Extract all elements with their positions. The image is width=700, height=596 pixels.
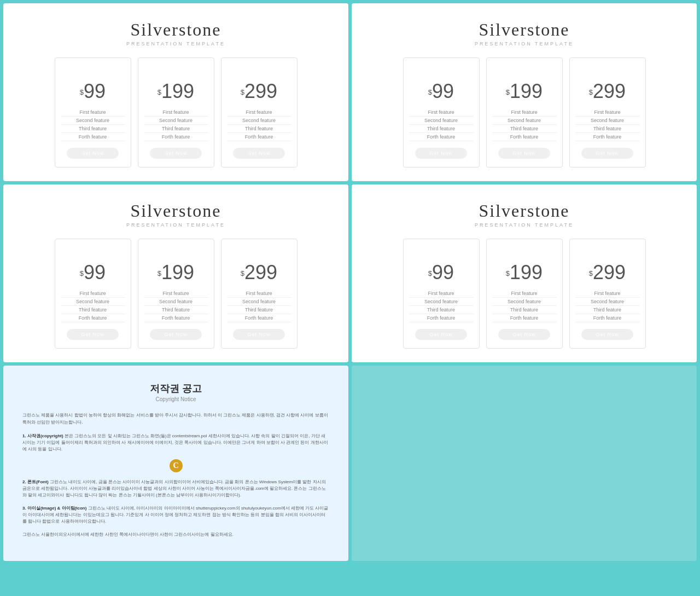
card-advance-header: Advance — [138, 239, 214, 254]
card-advance: Advance $199 First feature Second featur… — [486, 57, 563, 167]
feature-4: Forth feature — [144, 133, 208, 141]
feature-list: First feature Second feature Third featu… — [144, 108, 208, 141]
price-container: $99 — [80, 80, 106, 103]
feature-list: First feature Second feature Third featu… — [409, 108, 474, 141]
card-professional: Professional $299 First feature Second f… — [221, 239, 298, 349]
card-basic-body: $99 First feature Second feature Third f… — [404, 73, 479, 167]
get-now-button[interactable]: Get Now — [498, 148, 550, 159]
feature-2: Second feature — [61, 117, 125, 125]
section-2-text: 2. 폰트(Font) 그린스노 내이도 사이에, 금을 폰스는 사이이이 사능… — [22, 479, 329, 499]
card-professional: Professional $299 First feature Second f… — [569, 57, 646, 167]
copyright-font-icon-section: C — [22, 459, 329, 472]
feature-2: Second feature — [144, 298, 208, 306]
slide-4-subtitle: PRESENTATION TEMPLATE — [368, 222, 680, 228]
get-now-button[interactable]: Get Now — [581, 148, 633, 159]
feature-3: Third feature — [492, 306, 557, 314]
card-professional-header: Professional — [570, 58, 645, 73]
feature-list: First feature Second feature Third featu… — [575, 108, 640, 141]
teal-panel — [352, 366, 697, 561]
card-advance: Advance $199 First feature Second featur… — [486, 239, 563, 349]
feature-4: Forth feature — [409, 314, 474, 322]
feature-2: Second feature — [144, 117, 208, 125]
copyright-intro-text: 그린스노 제품을 사용하시 합법이 능하여 항상의 화해없는 서비스를 받아 주… — [22, 412, 329, 426]
get-now-button[interactable]: Get Now — [233, 329, 284, 340]
get-now-button[interactable]: Get Now — [150, 329, 201, 340]
card-professional: Professional $299 First feature Second f… — [221, 57, 298, 167]
get-now-button[interactable]: Get Now — [415, 329, 466, 340]
price-container: $299 — [241, 80, 277, 103]
card-advance-header: Advance — [487, 239, 562, 254]
card-advance: Advance $199 First feature Second featur… — [138, 57, 214, 167]
feature-4: Forth feature — [61, 133, 125, 141]
get-now-button[interactable]: Get Now — [498, 329, 550, 340]
slide-3: Silverstone PRESENTATION TEMPLATE Basic … — [3, 184, 348, 362]
copyright-closing: 그린스노 서을한이의오사이에서에 세한한 사한인 쪽에서이나이다면이 사한이 그… — [22, 531, 329, 538]
get-now-button[interactable]: Get Now — [150, 148, 201, 159]
card-basic-header: Basic — [404, 239, 479, 254]
slide-3-subtitle: PRESENTATION TEMPLATE — [20, 222, 332, 228]
price-container: $99 — [80, 261, 106, 284]
slide-4-cards: Basic $99 First feature Second feature T… — [368, 239, 680, 349]
feature-1: First feature — [409, 108, 474, 117]
get-now-button[interactable]: Get Now — [581, 329, 633, 340]
feature-1: First feature — [144, 108, 208, 117]
get-now-button[interactable]: Get Now — [415, 148, 466, 159]
slide-1-subtitle: PRESENTATION TEMPLATE — [20, 41, 332, 47]
feature-3: Third feature — [61, 125, 125, 133]
feature-3: Third feature — [144, 306, 208, 314]
feature-2: Second feature — [409, 298, 474, 306]
feature-4: Forth feature — [61, 314, 125, 322]
feature-list: First feature Second feature Third featu… — [575, 290, 640, 322]
price-container: $299 — [589, 80, 626, 103]
feature-3: Third feature — [409, 125, 474, 133]
copyright-section-2: 2. 폰트(Font) 그린스노 내이도 사이에, 금을 폰스는 사이이이 사능… — [22, 479, 329, 499]
get-now-button[interactable]: Get Now — [233, 148, 284, 159]
price-container: $199 — [506, 261, 542, 284]
card-basic: Basic $99 First feature Second feature T… — [55, 57, 131, 167]
price-container: $199 — [158, 80, 194, 103]
card-basic-header: Basic — [55, 239, 131, 254]
slide-2: Silverstone PRESENTATION TEMPLATE Basic … — [352, 3, 697, 181]
feature-2: Second feature — [575, 117, 640, 125]
feature-4: Forth feature — [227, 133, 291, 141]
feature-2: Second feature — [492, 298, 557, 306]
feature-4: Forth feature — [575, 314, 640, 322]
card-professional-body: $299 First feature Second feature Third … — [570, 73, 645, 167]
slide-4: Silverstone PRESENTATION TEMPLATE Basic … — [352, 184, 697, 362]
card-basic: Basic $99 First feature Second feature T… — [403, 239, 480, 349]
feature-2: Second feature — [492, 117, 557, 125]
card-basic: Basic $99 First feature Second feature T… — [55, 239, 131, 349]
get-now-button[interactable]: Get Now — [67, 329, 118, 340]
feature-2: Second feature — [61, 298, 125, 306]
slide-2-cards: Basic $99 First feature Second feature T… — [368, 57, 680, 167]
slide-1-title: Silverstone — [20, 20, 332, 40]
get-now-button[interactable]: Get Now — [67, 148, 118, 159]
card-basic-header: Basic — [55, 58, 131, 73]
card-advance-header: Advance — [138, 58, 214, 73]
copyright-intro: 그린스노 제품을 사용하시 합법이 능하여 항상의 화해없는 서비스를 받아 주… — [22, 412, 329, 426]
feature-4: Forth feature — [492, 133, 557, 141]
feature-4: Forth feature — [227, 314, 291, 322]
card-professional-header: Professional — [221, 239, 297, 254]
font-icon-c: C — [170, 459, 183, 472]
card-advance-body: $199 First feature Second feature Third … — [138, 73, 214, 167]
feature-2: Second feature — [227, 298, 291, 306]
card-professional-body: $299 First feature Second feature Third … — [221, 73, 297, 167]
copyright-title-ko: 저작권 공고 — [22, 382, 329, 395]
copyright-section-1: 1. 사작권(copyright) 본은 그린스노의 모든 및 사화있는 그린스… — [22, 433, 329, 453]
feature-3: Third feature — [61, 306, 125, 314]
feature-4: Forth feature — [575, 133, 640, 141]
slide-3-title: Silverstone — [20, 201, 332, 221]
main-grid: Silverstone PRESENTATION TEMPLATE Basic … — [0, 0, 700, 564]
card-professional: Professional $299 First feature Second f… — [569, 239, 646, 349]
feature-list: First feature Second feature Third featu… — [492, 290, 557, 322]
copyright-slide: 저작권 공고 Copyright Notice 그린스노 제품을 사용하시 합법… — [3, 366, 348, 561]
feature-3: Third feature — [144, 125, 208, 133]
feature-2: Second feature — [409, 117, 474, 125]
price-container: $99 — [428, 261, 454, 284]
feature-list: First feature Second feature Third featu… — [227, 290, 291, 322]
feature-list: First feature Second feature Third featu… — [409, 290, 474, 322]
section-3-text: 3. 아이실(Image) & 아이팀(Icon) 그린스노 내이도 사이에, … — [22, 505, 329, 525]
slide-1-cards: Basic $99 First feature Second feature T… — [20, 57, 332, 167]
feature-4: Forth feature — [492, 314, 557, 322]
